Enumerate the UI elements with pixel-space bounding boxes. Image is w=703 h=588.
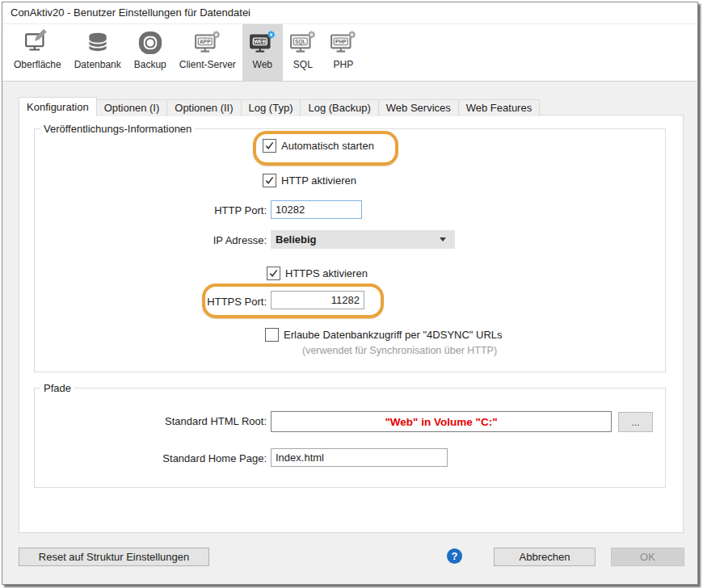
sync-row: Erlaube Datenbankzugriff per "4DSYNC" UR… bbox=[265, 328, 503, 342]
monitor-sql-gear-icon: SQL bbox=[289, 29, 317, 57]
toolbar-item-backup[interactable]: Backup bbox=[128, 24, 173, 81]
html-root-input[interactable] bbox=[271, 411, 612, 432]
toolbar: Oberfläche Datenbank Backup bbox=[2, 24, 697, 82]
ok-button[interactable]: OK bbox=[611, 548, 684, 566]
https-enable-checkbox[interactable] bbox=[267, 267, 280, 280]
window-title: ConAktiv20 - Benutzer Einstellungen für … bbox=[11, 2, 250, 23]
check-icon bbox=[265, 141, 274, 150]
toolbar-item-client-server[interactable]: APP Client-Server bbox=[173, 24, 242, 81]
monitor-web-gear-icon: WEB bbox=[249, 29, 276, 57]
toolbar-item-label: Web bbox=[253, 59, 272, 70]
tab-optionen-1[interactable]: Optionen (I) bbox=[96, 99, 168, 116]
tab-bar: Konfiguration Optionen (I) Optionen (II)… bbox=[19, 97, 540, 116]
reset-button[interactable]: Reset auf Struktur Einstellungen bbox=[19, 548, 209, 566]
toolbar-item-web[interactable]: WEB Web bbox=[242, 24, 283, 81]
question-mark-icon: ? bbox=[452, 550, 458, 562]
home-page-label: Standard Home Page: bbox=[116, 452, 267, 464]
browse-button[interactable]: ... bbox=[618, 412, 653, 432]
ip-address-value: Beliebig bbox=[276, 233, 317, 246]
toolbar-item-php[interactable]: PHP PHP bbox=[323, 24, 364, 81]
sync-hint: (verwendet für Synchronisation über HTTP… bbox=[302, 345, 497, 356]
tab-web-services[interactable]: Web Services bbox=[378, 99, 459, 116]
ip-address-label: IP Adresse: bbox=[141, 234, 267, 246]
paths-group bbox=[34, 388, 666, 488]
svg-text:WEB: WEB bbox=[254, 39, 267, 44]
help-button[interactable]: ? bbox=[447, 548, 462, 564]
monitor-php-gear-icon: PHP bbox=[330, 29, 357, 57]
toolbar-item-oberflaeche[interactable]: Oberfläche bbox=[7, 24, 68, 81]
html-root-label: Standard HTML Root: bbox=[116, 415, 267, 427]
toolbar-item-label: Backup bbox=[134, 59, 166, 70]
check-icon bbox=[269, 269, 278, 278]
autostart-row: Automatisch starten bbox=[263, 139, 374, 153]
toolbar-item-label: Oberfläche bbox=[14, 59, 61, 70]
tab-log-backup[interactable]: Log (Backup) bbox=[300, 99, 378, 116]
https-port-label: HTTPS Port: bbox=[141, 296, 267, 308]
tab-konfiguration[interactable]: Konfiguration bbox=[19, 97, 97, 116]
toolbar-item-sql[interactable]: SQL SQL bbox=[283, 24, 323, 81]
svg-text:PHP: PHP bbox=[335, 39, 347, 44]
chevron-down-icon bbox=[440, 237, 446, 242]
svg-text:APP: APP bbox=[200, 39, 211, 44]
toolbar-item-datenbank[interactable]: Datenbank bbox=[68, 24, 128, 81]
http-port-label: HTTP Port: bbox=[141, 204, 267, 216]
settings-dialog: ConAktiv20 - Benutzer Einstellungen für … bbox=[2, 2, 698, 585]
sync-label: Erlaube Datenbankzugriff per "4DSYNC" UR… bbox=[284, 329, 503, 341]
tab-optionen-2[interactable]: Optionen (II) bbox=[166, 99, 241, 116]
database-icon bbox=[84, 29, 112, 57]
toolbar-item-label: Datenbank bbox=[74, 59, 121, 70]
toolbar-item-label: SQL bbox=[293, 59, 313, 70]
publish-group-title: Veröffentlichungs-Informationen bbox=[40, 123, 195, 135]
https-enable-row: HTTPS aktivieren bbox=[267, 267, 368, 280]
toolbar-item-label: Client-Server bbox=[179, 59, 236, 70]
home-page-input[interactable] bbox=[271, 448, 448, 467]
https-enable-label: HTTPS aktivieren bbox=[285, 267, 368, 279]
life-ring-icon bbox=[137, 29, 164, 57]
tab-log-typ[interactable]: Log (Typ) bbox=[241, 99, 301, 116]
tab-panel: Veröffentlichungs-Informationen Automati… bbox=[19, 115, 684, 533]
tab-web-features[interactable]: Web Features bbox=[458, 99, 540, 116]
autostart-label: Automatisch starten bbox=[281, 140, 374, 152]
check-icon bbox=[265, 176, 274, 185]
monitor-edit-icon bbox=[23, 29, 51, 57]
http-enable-row: HTTP aktivieren bbox=[263, 174, 356, 187]
autostart-checkbox[interactable] bbox=[263, 139, 276, 153]
ip-address-select[interactable]: Beliebig bbox=[271, 230, 455, 249]
sync-checkbox[interactable] bbox=[265, 328, 279, 342]
title-bar: ConAktiv20 - Benutzer Einstellungen für … bbox=[2, 2, 697, 24]
http-port-input[interactable] bbox=[271, 200, 362, 219]
https-port-input[interactable] bbox=[271, 291, 364, 309]
svg-text:SQL: SQL bbox=[295, 39, 306, 45]
http-enable-label: HTTP aktivieren bbox=[281, 174, 356, 187]
paths-group-title: Pfade bbox=[40, 382, 74, 394]
http-enable-checkbox[interactable] bbox=[263, 174, 276, 187]
cancel-button[interactable]: Abbrechen bbox=[494, 548, 596, 566]
monitor-app-gear-icon: APP bbox=[194, 29, 221, 57]
toolbar-item-label: PHP bbox=[333, 59, 353, 70]
